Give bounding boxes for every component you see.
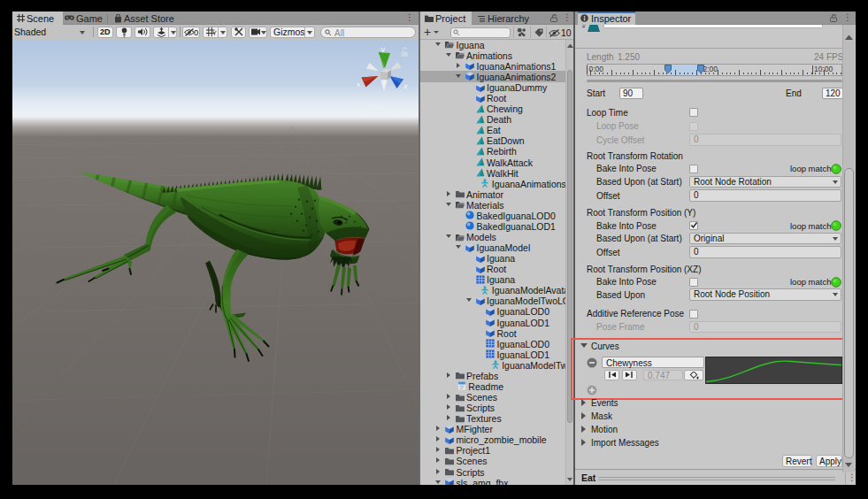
svg-text:x: x <box>357 80 360 88</box>
svg-text:y: y <box>381 44 386 53</box>
svg-text:Persp: Persp <box>369 101 391 111</box>
svg-text:z: z <box>404 82 408 90</box>
